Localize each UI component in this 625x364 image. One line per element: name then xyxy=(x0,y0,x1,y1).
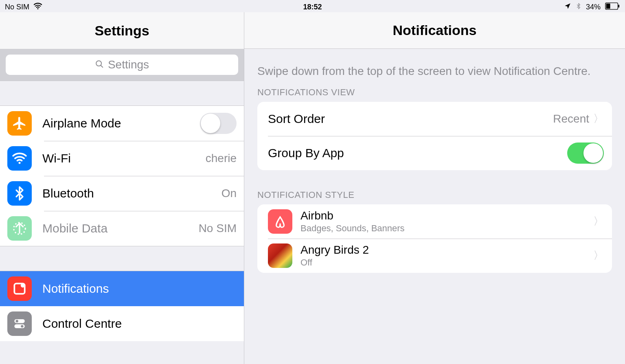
bluetooth-row[interactable]: Bluetooth On xyxy=(0,176,244,211)
chevron-right-icon: 〉 xyxy=(593,214,604,228)
notifications-view-header: NOTIFICATIONS VIEW xyxy=(244,87,625,102)
svg-rect-2 xyxy=(618,4,619,7)
app-name: Airbnb xyxy=(300,209,593,222)
bluetooth-label: Bluetooth xyxy=(42,186,221,200)
svg-point-12 xyxy=(16,320,18,322)
group-by-app-toggle[interactable] xyxy=(567,143,604,164)
search-icon xyxy=(95,58,104,71)
search-placeholder: Settings xyxy=(108,58,149,71)
notifications-row[interactable]: Notifications xyxy=(0,271,244,306)
carrier-label: No SIM xyxy=(5,3,29,11)
control-centre-icon xyxy=(7,311,32,336)
wifi-label: Wi-Fi xyxy=(42,151,206,165)
notifications-icon xyxy=(7,276,32,301)
system-section: Notifications Control Centre xyxy=(0,271,244,341)
notification-style-header: NOTIFICATION STYLE xyxy=(244,190,625,204)
notifications-view-card: Sort Order Recent 〉 Group By App xyxy=(257,102,612,170)
notifications-label: Notifications xyxy=(42,282,237,296)
bluetooth-icon xyxy=(575,2,582,12)
sidebar-title: Settings xyxy=(0,12,244,49)
mobile-data-value: No SIM xyxy=(199,222,237,235)
svg-point-10 xyxy=(21,283,25,287)
notification-centre-hint: Swipe down from the top of the screen to… xyxy=(244,49,625,87)
sort-order-label: Sort Order xyxy=(268,112,553,126)
sort-order-row[interactable]: Sort Order Recent 〉 xyxy=(257,102,612,136)
airplane-icon xyxy=(7,111,32,136)
mobile-data-row[interactable]: Mobile Data No SIM xyxy=(0,211,244,246)
app-row-airbnb[interactable]: Airbnb Badges, Sounds, Banners 〉 xyxy=(257,204,612,239)
clock: 18:52 xyxy=(303,3,322,11)
svg-point-0 xyxy=(37,8,39,9)
wifi-icon xyxy=(33,2,42,13)
svg-point-14 xyxy=(21,325,23,327)
mobile-data-label: Mobile Data xyxy=(42,221,199,235)
detail-title: Notifications xyxy=(244,12,625,49)
chevron-right-icon: 〉 xyxy=(593,112,604,126)
airplane-label: Airplane Mode xyxy=(42,116,200,130)
svg-rect-3 xyxy=(606,3,610,9)
connectivity-section: Airplane Mode Wi-Fi cherie Bluetooth On xyxy=(0,105,244,246)
bluetooth-value: On xyxy=(221,187,237,200)
battery-pct: 34% xyxy=(586,3,601,11)
angry-birds-icon xyxy=(268,243,292,268)
location-icon xyxy=(564,2,571,12)
control-centre-label: Control Centre xyxy=(42,317,237,331)
bluetooth-icon xyxy=(7,181,32,206)
app-row-angrybirds[interactable]: Angry Birds 2 Off 〉 xyxy=(257,239,612,273)
chevron-right-icon: 〉 xyxy=(593,248,604,263)
svg-point-6 xyxy=(18,162,20,164)
mobile-data-icon xyxy=(7,216,32,241)
airbnb-icon xyxy=(268,209,292,234)
airplane-toggle[interactable] xyxy=(200,113,237,134)
settings-sidebar: Settings Settings Airplane Mode xyxy=(0,12,244,364)
search-input[interactable]: Settings xyxy=(6,55,238,75)
airplane-mode-row[interactable]: Airplane Mode xyxy=(0,106,244,141)
wifi-row[interactable]: Wi-Fi cherie xyxy=(0,141,244,176)
group-by-app-label: Group By App xyxy=(268,146,567,160)
app-sub: Off xyxy=(300,257,593,268)
app-sub: Badges, Sounds, Banners xyxy=(300,223,593,234)
control-centre-row[interactable]: Control Centre xyxy=(0,306,244,341)
detail-pane: Notifications Swipe down from the top of… xyxy=(244,12,625,364)
sort-order-value: Recent xyxy=(553,112,589,125)
battery-icon xyxy=(605,2,620,12)
wifi-icon xyxy=(7,146,32,171)
group-by-app-row[interactable]: Group By App xyxy=(257,136,612,170)
svg-line-5 xyxy=(101,66,103,68)
notification-style-card: Airbnb Badges, Sounds, Banners 〉 Angry B… xyxy=(257,204,612,273)
wifi-value: cherie xyxy=(206,152,237,165)
status-bar: No SIM 18:52 34% xyxy=(0,0,625,12)
app-name: Angry Birds 2 xyxy=(300,243,593,257)
